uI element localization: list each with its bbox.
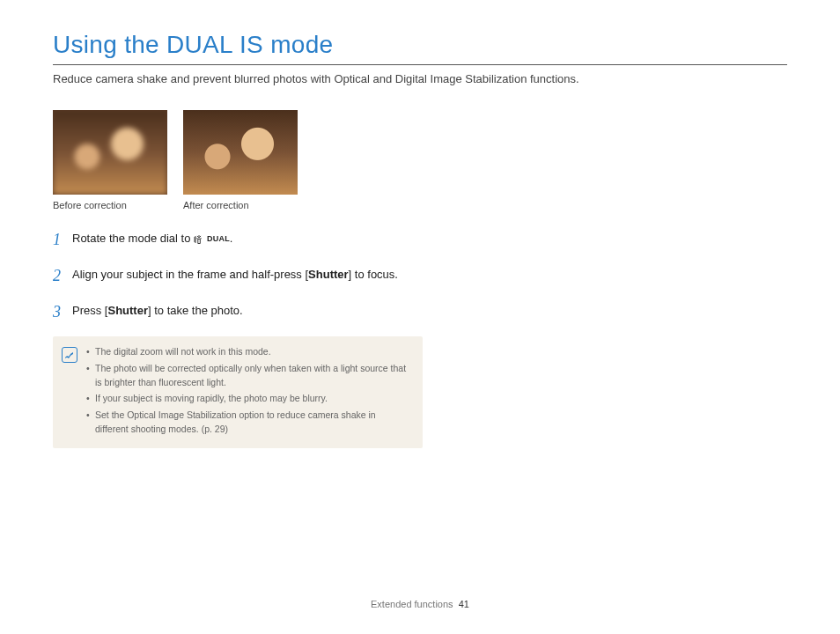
note-item: The digital zoom will not work in this m… — [86, 345, 410, 359]
step-3: 3 Press [Shutter] to take the photo. — [53, 300, 423, 324]
step-number: 1 — [53, 228, 72, 252]
step-text-part: Align your subject in the frame and half… — [72, 268, 308, 281]
note-item: The photo will be corrected optically on… — [86, 362, 410, 390]
shutter-label: Shutter — [107, 304, 148, 317]
title-rule — [53, 64, 787, 65]
step-text: Align your subject in the frame and half… — [72, 264, 398, 284]
step-text-part: . — [230, 232, 233, 245]
step-text-part: Press [ — [72, 304, 107, 317]
after-caption: After correction — [183, 200, 298, 210]
step-1: 1 Rotate the mode dial to DUAL. — [53, 228, 423, 252]
before-photo-block: Before correction — [53, 110, 167, 210]
page-title: Using the DUAL IS mode — [53, 31, 787, 59]
footer-section: Extended functions — [371, 599, 453, 609]
shutter-label: Shutter — [308, 268, 349, 281]
dual-mode-icon: DUAL — [194, 233, 230, 246]
note-item: Set the Optical Image Stabilization opti… — [86, 409, 410, 437]
note-list: The digital zoom will not work in this m… — [86, 345, 410, 439]
step-2: 2 Align your subject in the frame and ha… — [53, 264, 423, 288]
step-text: Press [Shutter] to take the photo. — [72, 300, 243, 320]
note-item: If your subject is moving rapidly, the p… — [86, 392, 410, 406]
page-footer: Extended functions 41 — [0, 599, 840, 609]
page-number: 41 — [459, 599, 469, 609]
step-text: Rotate the mode dial to DUAL. — [72, 228, 232, 247]
step-number: 2 — [53, 264, 72, 288]
dual-label: DUAL — [207, 233, 230, 246]
after-photo-block: After correction — [183, 110, 298, 210]
before-photo — [53, 110, 167, 195]
photo-comparison: Before correction After correction — [53, 110, 787, 210]
note-box: The digital zoom will not work in this m… — [53, 336, 423, 448]
steps-list: 1 Rotate the mode dial to DUAL. 2 Align … — [53, 228, 423, 324]
subtitle: Reduce camera shake and prevent blurred … — [53, 72, 787, 85]
step-text-part: Rotate the mode dial to — [72, 232, 194, 245]
before-caption: Before correction — [53, 200, 167, 210]
note-icon — [62, 347, 77, 363]
step-text-part: ] to take the photo. — [148, 304, 243, 317]
after-photo — [183, 110, 298, 195]
step-number: 3 — [53, 300, 72, 324]
step-text-part: ] to focus. — [349, 268, 398, 281]
